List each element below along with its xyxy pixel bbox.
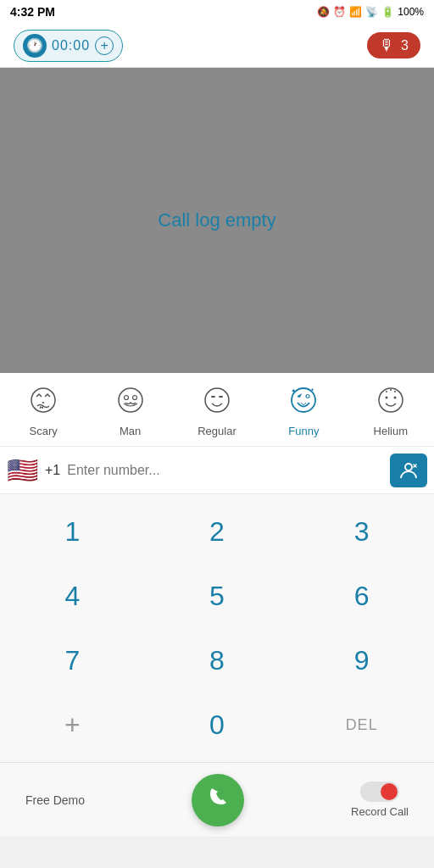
dial-digit-0: 0 (209, 711, 225, 738)
battery-percent: 100% (398, 6, 424, 18)
svg-point-15 (394, 391, 396, 392)
filter-funny[interactable]: ✦ ✦ Funny (274, 385, 333, 437)
dialpad-row-3: 7 8 9 (0, 630, 434, 691)
dial-key-8[interactable]: 8 (175, 630, 259, 691)
helium-label: Helium (374, 425, 408, 437)
country-code: +1 (45, 463, 60, 478)
mic-count: 3 (401, 38, 409, 53)
wifi-icon: 📡 (365, 6, 378, 18)
dial-digit-plus: + (64, 711, 81, 738)
call-phone-icon (205, 784, 231, 815)
dial-key-5[interactable]: 5 (175, 565, 259, 626)
timer-pill: 🕐 00:00 + (14, 30, 123, 62)
dial-key-1[interactable]: 1 (30, 501, 114, 562)
free-demo-label: Free Demo (25, 793, 85, 807)
dial-key-plus[interactable]: + (30, 694, 114, 755)
dialpad-row-1: 1 2 3 (0, 501, 434, 562)
dial-digit-6: 6 (354, 582, 370, 609)
call-log-area: Call log empty (0, 68, 434, 373)
svg-text:✦: ✦ (291, 387, 297, 395)
svg-point-11 (385, 397, 387, 399)
dialpad-row-2: 4 5 6 (0, 565, 434, 626)
country-flag[interactable]: 🇺🇸 (7, 455, 38, 485)
dial-key-7[interactable]: 7 (30, 630, 114, 691)
dial-key-2[interactable]: 2 (175, 501, 259, 562)
svg-point-1 (124, 396, 128, 400)
contact-button[interactable] (390, 453, 427, 487)
timer-add-button[interactable]: + (95, 36, 114, 55)
phone-input-row: 🇺🇸 +1 (0, 447, 434, 494)
bottom-bar: Free Demo Record Call (0, 762, 434, 837)
svg-point-12 (393, 397, 396, 399)
bell-icon: ⏰ (333, 6, 346, 18)
dial-digit-7: 7 (64, 647, 80, 674)
dial-digit-1: 1 (64, 518, 80, 545)
dial-key-3[interactable]: 3 (320, 501, 404, 562)
dial-digit-3: 3 (354, 518, 370, 545)
signal-icon: 📶 (349, 6, 362, 18)
man-label: Man (120, 425, 141, 437)
svg-point-10 (379, 388, 403, 412)
status-bar: 4:32 PM 🔕 ⏰ 📶 📡 🔋 100% (0, 0, 434, 24)
dialpad: 1 2 3 4 5 6 7 8 9 + 0 (0, 494, 434, 762)
timer-value: 00:00 (52, 38, 90, 53)
mic-pill: 🎙 3 (367, 32, 420, 58)
dial-key-del[interactable]: DEL (320, 694, 404, 755)
record-call-label: Record Call (351, 805, 409, 818)
svg-point-14 (390, 389, 392, 391)
mic-icon: 🎙 (379, 36, 394, 54)
regular-label: Regular (198, 425, 236, 437)
dial-digit-4: 4 (64, 582, 80, 609)
status-time: 4:32 PM (10, 5, 55, 19)
dial-digit-9: 9 (354, 647, 370, 674)
dial-key-4[interactable]: 4 (30, 565, 114, 626)
filter-scary[interactable]: Scary (14, 385, 73, 437)
filter-man[interactable]: Man (101, 385, 160, 437)
record-toggle-knob (381, 783, 398, 800)
clock-icon: 🕐 (23, 34, 47, 58)
funny-icon: ✦ ✦ (288, 385, 319, 420)
alarm-icon: 🔕 (317, 6, 330, 18)
del-label: DEL (346, 717, 378, 732)
svg-point-0 (119, 388, 142, 412)
man-icon (115, 385, 146, 420)
call-log-empty-text: Call log empty (158, 209, 275, 231)
voice-filters: Scary Man (0, 373, 434, 447)
helium-icon (376, 385, 406, 420)
battery-icon: 🔋 (381, 6, 394, 18)
dial-digit-2: 2 (209, 518, 225, 545)
svg-point-16 (405, 464, 412, 470)
svg-point-2 (132, 396, 136, 400)
filter-helium[interactable]: Helium (361, 385, 420, 437)
svg-point-7 (306, 395, 309, 398)
dialpad-row-4: + 0 DEL (0, 694, 434, 755)
scary-icon (28, 385, 58, 420)
dial-digit-8: 8 (209, 647, 225, 674)
funny-label: Funny (288, 425, 319, 437)
status-icons: 🔕 ⏰ 📶 📡 🔋 100% (317, 6, 424, 18)
dial-key-9[interactable]: 9 (320, 630, 404, 691)
phone-number-input[interactable] (67, 463, 383, 478)
scary-label: Scary (30, 425, 58, 437)
record-toggle[interactable] (360, 782, 399, 802)
dial-digit-5: 5 (209, 582, 225, 609)
filter-regular[interactable]: Regular (187, 385, 247, 437)
svg-point-13 (386, 391, 387, 392)
svg-point-3 (205, 388, 229, 412)
dial-key-6[interactable]: 6 (320, 565, 404, 626)
top-controls: 🕐 00:00 + 🎙 3 (0, 24, 434, 68)
svg-text:✦: ✦ (310, 387, 314, 392)
regular-icon (202, 385, 232, 420)
call-button[interactable] (192, 774, 244, 826)
record-area: Record Call (351, 782, 409, 818)
dial-key-0[interactable]: 0 (175, 694, 259, 755)
